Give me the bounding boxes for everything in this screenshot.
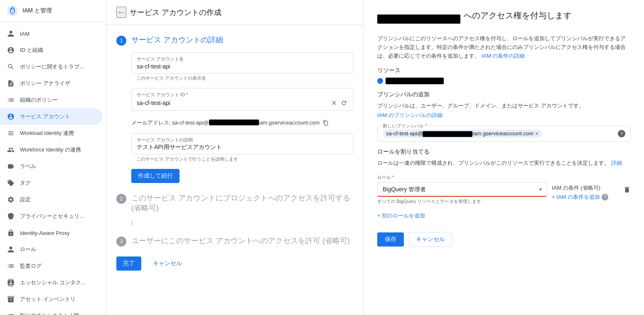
role-detail-link[interactable]: 詳細 bbox=[611, 160, 622, 166]
principal-help-icon[interactable]: ? bbox=[618, 130, 625, 137]
workforce-icon bbox=[7, 146, 15, 154]
role-label: ロール * bbox=[377, 174, 394, 181]
cancel-bottom-button[interactable]: キャンセル bbox=[146, 256, 189, 271]
resource-dot-icon bbox=[377, 78, 383, 84]
sidebar-item-quota[interactable]: 割り当てとシステム上限 bbox=[0, 308, 103, 315]
sidebar-item-org-policy[interactable]: 組織のポリシー bbox=[0, 92, 103, 108]
save-button[interactable]: 保存 bbox=[377, 232, 404, 247]
search-icon bbox=[7, 63, 15, 71]
right-panel-desc: プリンシパルにこのリソースへのアクセス権を付与し、ロールを追加してプリンシパルが… bbox=[377, 34, 631, 60]
clear-id-button[interactable] bbox=[330, 99, 338, 107]
quota-icon bbox=[7, 312, 15, 315]
step2-content: | bbox=[116, 220, 354, 226]
app-title: IAM と管理 bbox=[22, 7, 52, 15]
principal-tag-close[interactable]: × bbox=[535, 130, 538, 137]
iam-conditions-detail-link[interactable]: IAM の条件の詳細 bbox=[482, 53, 525, 59]
sidebar-item-audit-logs[interactable]: 監査ログ bbox=[0, 258, 103, 274]
refresh-icon bbox=[341, 100, 347, 106]
service-account-id-group: サービス アカウント ID * bbox=[131, 88, 354, 111]
sidebar-item-policy-analyzer-label: ポリシー アナライザ bbox=[20, 80, 70, 87]
principal-desc: プリンシパルは、ユーザー、グループ、ドメイン、またはサービス アカウントです。 bbox=[377, 102, 631, 110]
sidebar-item-service-accounts[interactable]: サービス アカウント bbox=[0, 108, 103, 125]
done-button[interactable]: 完了 bbox=[116, 256, 141, 271]
tag-icon bbox=[7, 179, 15, 187]
assign-role-label: ロールを割り当てる bbox=[377, 148, 631, 156]
right-panel-title-redacted bbox=[377, 15, 460, 24]
sidebar-item-tags[interactable]: タグ bbox=[0, 175, 103, 191]
sidebar-item-policy-troubleshoot[interactable]: ポリシーに関するトラブ... bbox=[0, 59, 103, 75]
main-content: ← サービス アカウントの作成 1 サービス アカウントの詳細 サービス アカウ… bbox=[106, 0, 644, 315]
sidebar-item-essential-contacts[interactable]: エッセンシャル コンタク... bbox=[0, 274, 103, 291]
email-redacted bbox=[209, 120, 259, 125]
sidebar: IAM と管理 IAM ID と組織 ポリシーに関するトラブ... bbox=[0, 0, 106, 315]
manage-accounts-icon bbox=[7, 112, 15, 121]
sidebar-item-id-org-label: ID と組織 bbox=[20, 46, 43, 54]
sidebar-item-workload-identity[interactable]: Workload Identity 連携 bbox=[0, 125, 103, 142]
left-panel-content: 1 サービス アカウントの詳細 サービス アカウント名 このサービス アカウント… bbox=[106, 25, 364, 315]
sidebar-item-roles[interactable]: ロール bbox=[0, 241, 103, 258]
principal-tag: sa-cf-test-api@ iam.gserviceaccount.com … bbox=[383, 129, 542, 138]
sidebar-item-roles-label: ロール bbox=[20, 246, 36, 253]
principal-section: プリンシパルは、ユーザー、グループ、ドメイン、またはサービス アカウントです。 … bbox=[377, 102, 631, 119]
step3-title: ユーザーにこのサービス アカウントへのアクセスを許可 (省略可) bbox=[131, 236, 350, 246]
iam-condition-help-icon[interactable]: ? bbox=[602, 194, 608, 200]
copy-email-button[interactable] bbox=[322, 119, 329, 127]
delete-role-button[interactable] bbox=[623, 174, 631, 195]
sidebar-item-labels-label: ラベル bbox=[20, 163, 36, 170]
iam-principal-link-row: IAM のプリンシパルの詳細 bbox=[377, 112, 631, 119]
step1-header: 1 サービス アカウントの詳細 bbox=[116, 35, 354, 46]
iam-principal-link[interactable]: IAM のプリンシパルの詳細 bbox=[377, 112, 442, 118]
sidebar-item-iap-label: Identity-Aware Proxy bbox=[20, 230, 70, 236]
sidebar-item-privacy[interactable]: プライバシーとセキュリ... bbox=[0, 208, 103, 225]
role-select[interactable]: BigQuery 管理者 bbox=[377, 182, 547, 197]
left-panel: ← サービス アカウントの作成 1 サービス アカウントの詳細 サービス アカウ… bbox=[106, 0, 364, 315]
sidebar-header: IAM と管理 bbox=[0, 0, 106, 22]
sidebar-item-asset-inventory[interactable]: アセット インベントリ bbox=[0, 291, 103, 308]
create-continue-button[interactable]: 作成して続行 bbox=[131, 169, 179, 183]
service-account-desc-input[interactable] bbox=[137, 144, 348, 151]
service-account-desc-hint: このサービス アカウントで行うことを説明します bbox=[131, 156, 354, 162]
sidebar-item-policy-analyzer[interactable]: ポリシー アナライザ bbox=[0, 75, 103, 92]
sidebar-item-id-org[interactable]: ID と組織 bbox=[0, 42, 103, 59]
refresh-id-button[interactable] bbox=[340, 99, 348, 107]
role-label-row: ロール * bbox=[377, 174, 547, 181]
iam-condition-col: IAM の条件 (省略可) + IAM の条件を追加 ? bbox=[552, 174, 618, 201]
sidebar-item-labels[interactable]: ラベル bbox=[0, 158, 103, 175]
sidebar-item-workforce-identity[interactable]: Workforce Identity の連携 bbox=[0, 142, 103, 158]
right-panel: へのアクセス権を付与します プリンシパルにこのリソースへのアクセス権を付与し、ロ… bbox=[364, 0, 644, 315]
sidebar-nav: IAM ID と組織 ポリシーに関するトラブ... ポリシー アナライザ bbox=[0, 22, 106, 315]
back-button[interactable]: ← bbox=[116, 7, 126, 18]
new-principal-wrapper: 新しいプリンシパル * sa-cf-test-api@ iam.gservice… bbox=[377, 126, 631, 142]
roles-icon bbox=[7, 245, 15, 254]
service-account-name-field: サービス アカウント名 bbox=[131, 52, 354, 73]
cancel-right-button[interactable]: キャンセル bbox=[409, 232, 452, 247]
service-account-desc-field: サービス アカウントの説明 bbox=[131, 133, 354, 154]
sidebar-item-quota-label: 割り当てとシステム上限 bbox=[20, 312, 79, 315]
iam-condition-help-row: + IAM の条件を追加 ? bbox=[552, 193, 608, 201]
audit-icon bbox=[7, 262, 15, 270]
left-panel-header: ← サービス アカウントの作成 bbox=[106, 0, 364, 25]
sidebar-item-org-policy-label: 組織のポリシー bbox=[20, 96, 58, 104]
sidebar-item-settings[interactable]: 設定 bbox=[0, 191, 103, 208]
service-account-desc-label: サービス アカウントの説明 bbox=[137, 137, 348, 143]
right-panel-bottom-actions: 保存 キャンセル bbox=[377, 232, 631, 247]
sidebar-item-workforce-identity-label: Workforce Identity の連携 bbox=[20, 146, 81, 154]
add-another-role-button[interactable]: + 別のロールを追加 bbox=[377, 210, 425, 222]
vpn-icon bbox=[7, 229, 15, 237]
sidebar-item-iap[interactable]: Identity-Aware Proxy bbox=[0, 225, 103, 241]
copy-icon bbox=[323, 120, 329, 126]
iam-condition-optional-label: IAM の条件 (省略可) bbox=[552, 184, 600, 192]
clear-icon bbox=[331, 100, 337, 106]
sidebar-item-essential-contacts-label: エッセンシャル コンタク... bbox=[20, 279, 85, 286]
add-iam-condition-link[interactable]: + IAM の条件を追加 bbox=[552, 193, 600, 201]
service-account-id-field: サービス アカウント ID * bbox=[131, 88, 354, 111]
sidebar-item-iam[interactable]: IAM bbox=[0, 25, 103, 42]
service-account-name-input[interactable] bbox=[137, 63, 348, 70]
service-account-id-input[interactable] bbox=[137, 100, 328, 106]
step3-section: 3 ユーザーにこのサービス アカウントへのアクセスを許可 (省略可) bbox=[116, 236, 354, 247]
sidebar-item-service-accounts-label: サービス アカウント bbox=[20, 113, 70, 120]
step1-actions: 作成して続行 bbox=[131, 169, 354, 183]
service-account-id-row bbox=[137, 99, 348, 107]
right-panel-title-row: へのアクセス権を付与します bbox=[377, 10, 631, 28]
delete-icon bbox=[623, 186, 631, 193]
